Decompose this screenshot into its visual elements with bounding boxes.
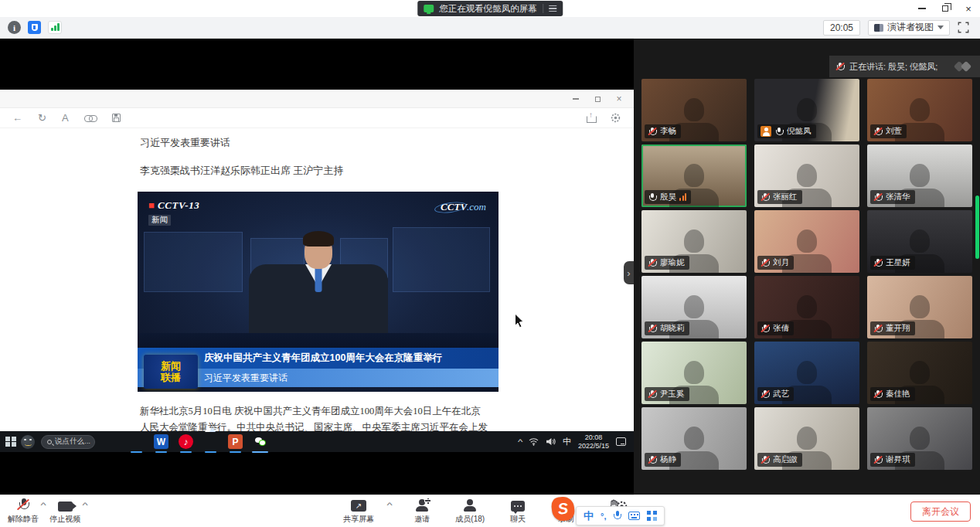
participant-tile[interactable]: 张清华 bbox=[867, 144, 972, 207]
share-options-caret[interactable]: ^ bbox=[387, 502, 393, 509]
word-app-icon[interactable]: W bbox=[154, 434, 168, 449]
chat-button[interactable]: 聊天 bbox=[499, 498, 536, 525]
panel-collapse-handle[interactable]: › bbox=[624, 261, 634, 284]
participant-tile[interactable]: 张丽红 bbox=[754, 144, 859, 207]
ime-toolbar[interactable]: 中 °, bbox=[576, 506, 665, 525]
back-arrow-icon[interactable]: ← bbox=[12, 112, 22, 124]
refresh-icon[interactable]: ↻ bbox=[38, 112, 46, 124]
netease-music-app-icon[interactable]: ♪ bbox=[179, 434, 193, 449]
doc-close-button[interactable]: × bbox=[611, 90, 628, 108]
participant-tile[interactable]: 刘萱 bbox=[867, 79, 972, 141]
doc-settings-gear-icon[interactable] bbox=[610, 112, 621, 124]
ime-toolbox-icon[interactable] bbox=[647, 511, 657, 521]
participant-tile[interactable]: 刘月 bbox=[754, 210, 859, 273]
document-toolbar: ← ↻ A bbox=[0, 108, 634, 128]
participant-name-bar: 廖瑜妮 bbox=[645, 256, 689, 270]
presenter-badge-icon bbox=[761, 126, 771, 137]
participant-tile[interactable]: 谢昇琪 bbox=[867, 407, 972, 470]
participant-tile[interactable]: 倪懿凤 bbox=[754, 79, 859, 141]
share-screen-button[interactable]: 共享屏幕 bbox=[340, 498, 377, 525]
participant-tile[interactable]: 尹玉奚 bbox=[641, 342, 747, 404]
participant-tile[interactable]: 武艺 bbox=[754, 342, 859, 404]
close-button[interactable]: × bbox=[957, 0, 980, 17]
tray-expand-icon[interactable]: ^ bbox=[518, 438, 522, 446]
taskbar-search-text: 说点什么... bbox=[55, 437, 90, 447]
participant-tile[interactable]: 王星妍 bbox=[867, 210, 972, 273]
minimize-button[interactable] bbox=[910, 0, 934, 17]
fullscreen-button[interactable] bbox=[958, 22, 969, 33]
article-headline: 习近平发表重要讲话 bbox=[140, 136, 230, 150]
ime-mode-indicator[interactable]: 中 bbox=[584, 509, 594, 523]
network-signal-icon[interactable] bbox=[48, 21, 62, 34]
members-button[interactable]: 成员(18) bbox=[451, 498, 488, 525]
mic-options-caret[interactable]: ^ bbox=[41, 502, 46, 509]
document-window-controls: × bbox=[567, 90, 628, 108]
participant-name: 殷昊 bbox=[660, 192, 676, 202]
muted-mic-icon bbox=[761, 192, 770, 202]
save-icon[interactable] bbox=[112, 114, 121, 122]
wechat-app-icon[interactable] bbox=[253, 434, 267, 449]
participant-name: 张丽红 bbox=[773, 192, 798, 202]
participant-name: 刘月 bbox=[773, 257, 789, 268]
participant-name: 董开翔 bbox=[886, 323, 910, 334]
camera-icon bbox=[58, 502, 73, 512]
doc-maximize-button[interactable] bbox=[589, 90, 606, 108]
doc-minimize-button[interactable] bbox=[567, 90, 584, 108]
document-toolbar-right bbox=[587, 112, 621, 124]
participant-tile[interactable]: 胡晓莉 bbox=[641, 276, 747, 338]
ime-voice-icon[interactable] bbox=[613, 511, 621, 521]
ime-keyboard-icon[interactable] bbox=[628, 512, 640, 520]
document-window: × ← ↻ A 习近平发表重要讲话 李克强栗战书汪洋赵乐际韩正出席 王沪宁主持 bbox=[0, 90, 634, 431]
active-mic-icon bbox=[774, 127, 784, 136]
firefox-app-icon[interactable] bbox=[104, 434, 119, 449]
view-mode-button[interactable]: 演讲者视图 bbox=[868, 20, 950, 36]
participant-tile[interactable]: 张倩 bbox=[754, 276, 859, 338]
participant-tile[interactable]: 李畅 bbox=[641, 79, 747, 141]
participant-name-bar: 刘萱 bbox=[870, 124, 907, 138]
participant-tile[interactable]: 杨静 bbox=[641, 407, 747, 470]
participant-name: 秦佳艳 bbox=[886, 389, 910, 400]
participant-name-bar: 张丽红 bbox=[757, 190, 802, 204]
ime-punctuation-indicator[interactable]: °, bbox=[601, 512, 606, 521]
sogou-face-icon[interactable] bbox=[21, 435, 35, 449]
unmute-button[interactable]: 解除静音 bbox=[5, 498, 42, 525]
powerpoint-app-icon[interactable]: P bbox=[228, 434, 243, 449]
news-anchor-head bbox=[305, 235, 332, 269]
security-shield-icon[interactable] bbox=[28, 21, 41, 34]
leave-meeting-button[interactable]: 离开会议 bbox=[910, 502, 971, 522]
windows-start-button[interactable] bbox=[5, 437, 16, 447]
netdisk-app-icon[interactable] bbox=[203, 434, 218, 449]
video-options-caret[interactable]: ^ bbox=[83, 502, 88, 509]
link-icon[interactable] bbox=[84, 114, 97, 122]
taskbar-apps: W ♪ P bbox=[104, 434, 267, 449]
participant-tile-speaking[interactable]: 殷昊 bbox=[641, 144, 747, 207]
participant-tile[interactable]: 廖瑜妮 bbox=[641, 210, 747, 273]
muted-mic-icon bbox=[761, 389, 770, 399]
restore-button[interactable] bbox=[934, 0, 957, 17]
participant-name: 武艺 bbox=[773, 389, 789, 400]
volume-icon[interactable] bbox=[546, 437, 556, 446]
muted-mic-icon bbox=[873, 192, 883, 202]
notification-center-icon[interactable] bbox=[616, 437, 626, 446]
meeting-info-icon[interactable]: i bbox=[8, 21, 21, 34]
muted-mic-icon bbox=[648, 127, 657, 136]
participant-name-bar: 张清华 bbox=[870, 190, 915, 204]
watching-label: 您正在观看倪懿凤的屏幕 bbox=[439, 3, 537, 15]
participant-name: 尹玉奚 bbox=[660, 389, 685, 400]
edge-app-icon[interactable] bbox=[129, 434, 144, 449]
participant-name-bar: 刘月 bbox=[757, 256, 794, 270]
participant-tile[interactable]: 董开翔 bbox=[867, 276, 972, 338]
export-share-icon[interactable] bbox=[587, 114, 596, 123]
pill-menu-icon[interactable] bbox=[549, 5, 556, 12]
font-tool-icon[interactable]: A bbox=[62, 112, 69, 124]
stop-video-button[interactable]: 停止视频 bbox=[46, 498, 83, 525]
taskbar-search-box[interactable]: 说点什么... bbox=[41, 435, 95, 449]
wifi-icon[interactable] bbox=[529, 437, 539, 446]
participants-scrollbar[interactable] bbox=[975, 196, 979, 259]
taskbar-clock[interactable]: 20:08 2022/5/15 bbox=[578, 434, 609, 450]
invite-button[interactable]: 邀请 bbox=[403, 498, 441, 525]
participant-tile[interactable]: 秦佳艳 bbox=[867, 342, 972, 404]
participant-tile[interactable]: 高启皦 bbox=[754, 407, 859, 470]
tray-ime-indicator[interactable]: 中 bbox=[563, 436, 571, 447]
search-icon bbox=[47, 440, 52, 444]
